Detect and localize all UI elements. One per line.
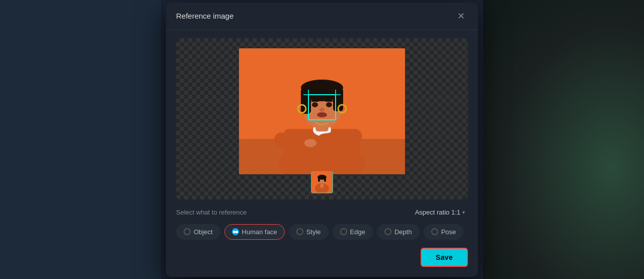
option-depth[interactable]: Depth [377,224,420,240]
option-human-face[interactable]: Human face [224,224,285,240]
svg-rect-29 [320,184,324,188]
main-image [239,48,405,174]
radio-human-face [232,228,239,235]
svg-rect-26 [318,177,320,182]
thumbnail-item[interactable] [311,171,333,193]
svg-rect-16 [311,100,319,102]
option-depth-label: Depth [394,228,412,236]
radio-depth [384,228,391,235]
svg-point-13 [301,80,343,96]
modal-header: Reference image ✕ [166,3,478,30]
svg-point-14 [312,102,318,107]
option-edge-label: Edge [350,228,365,236]
chevron-down-icon: ▾ [462,210,465,215]
svg-point-18 [319,108,325,112]
reference-options-row: Object Human face Style Edge Depth [176,224,468,240]
svg-point-15 [326,102,332,107]
svg-rect-17 [325,100,333,102]
save-area: Save [176,248,468,267]
aspect-ratio-label: Aspect ratio 1:1 [415,208,460,216]
radio-pose [431,228,438,235]
person-svg [239,48,405,174]
image-preview-area [176,38,468,199]
save-button[interactable]: Save [421,248,468,267]
radio-object [184,228,191,235]
controls-row: Select what to reference Aspect ratio 1:… [176,206,468,218]
thumbnail-strip [311,171,333,193]
option-object-label: Object [194,228,213,236]
modal-body: Select what to reference Aspect ratio 1:… [166,30,478,277]
background-left [0,0,161,279]
option-edge[interactable]: Edge [333,224,373,240]
svg-rect-27 [324,177,326,182]
select-label: Select what to reference [176,208,247,216]
close-button[interactable]: ✕ [454,11,468,22]
reference-image-modal: Reference image ✕ [166,3,478,277]
radio-dot [233,231,235,233]
background-right [483,0,644,279]
modal-title: Reference image [176,12,233,20]
radio-edge [340,228,347,235]
svg-point-7 [304,139,316,147]
option-style-label: Style [306,228,321,236]
aspect-ratio-button[interactable]: Aspect ratio 1:1 ▾ [412,206,468,218]
option-pose[interactable]: Pose [424,224,464,240]
option-human-face-label: Human face [242,228,277,236]
option-pose-label: Pose [441,228,456,236]
svg-point-19 [317,112,327,117]
radio-style [296,228,303,235]
option-style[interactable]: Style [289,224,329,240]
option-object[interactable]: Object [176,224,220,240]
